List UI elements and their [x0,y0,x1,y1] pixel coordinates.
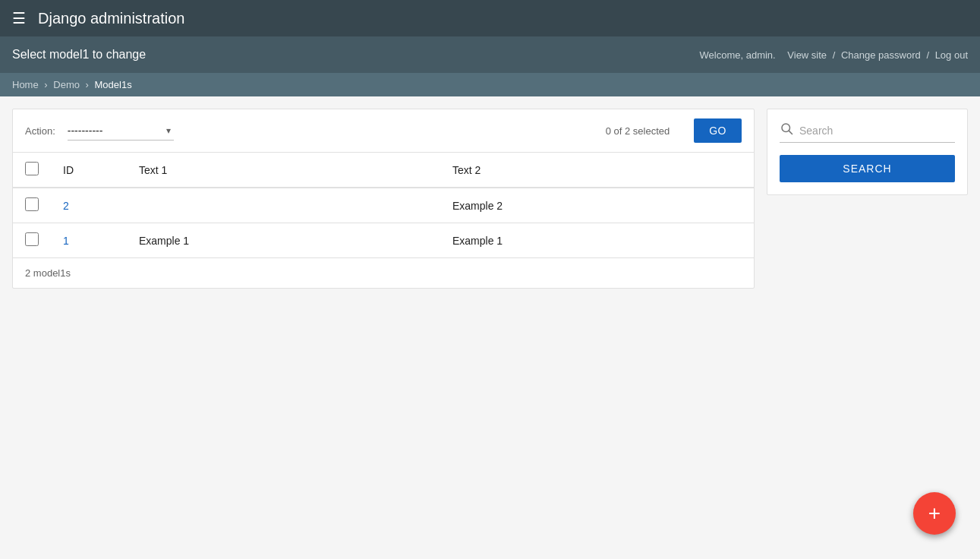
hamburger-icon[interactable]: ☰ [12,9,26,27]
row1-id: 1 [51,223,127,258]
link-separator2: / [926,49,931,61]
row2-text1 [127,188,440,223]
breadcrumb-sep2: › [86,79,92,90]
th-checkbox [13,153,51,188]
breadcrumb: Home › Demo › Model1s [0,73,980,96]
go-button[interactable]: GO [694,118,742,143]
search-field-wrapper [780,122,955,143]
page-subtitle: Select model1 to change [12,48,146,62]
change-password-link[interactable]: Change password [841,49,921,61]
search-input[interactable] [799,125,955,137]
header: ☰ Django administration [0,0,980,36]
link-separator1: / [833,49,838,61]
row2-checkbox[interactable] [25,197,39,211]
breadcrumb-sep1: › [44,79,50,90]
left-panel: Action: ---------- ▾ 0 of 2 selected GO … [12,109,755,289]
right-panel: SEARCH [767,109,968,195]
action-select[interactable]: ---------- [68,122,174,141]
breadcrumb-home[interactable]: Home [12,79,39,90]
row2-text2: Example 2 [440,188,754,223]
user-links: Welcome, admin. View site / Change passw… [697,49,969,61]
search-icon [780,122,793,139]
row1-text2: Example 1 [440,223,754,258]
table-header-row: ID Text 1 Text 2 [13,153,754,188]
row2-id-link[interactable]: 2 [63,200,69,212]
select-all-checkbox[interactable] [25,162,39,175]
th-text2: Text 2 [440,153,754,188]
row1-checkbox-cell [13,223,51,258]
row1-id-link[interactable]: 1 [63,235,69,247]
th-text1: Text 1 [127,153,440,188]
row2-checkbox-cell [13,188,51,223]
breadcrumb-demo[interactable]: Demo [53,79,80,90]
app-title: Django administration [38,10,184,27]
search-button[interactable]: SEARCH [780,155,955,182]
view-site-link[interactable]: View site [787,49,827,61]
row2-id: 2 [51,188,127,223]
table-row: 1 Example 1 Example 1 [13,223,754,258]
row1-text1: Example 1 [127,223,440,258]
svg-line-1 [789,131,792,134]
row1-checkbox[interactable] [25,232,39,246]
th-id: ID [51,153,127,188]
table-row: 2 Example 2 [13,188,754,223]
welcome-text: Welcome, admin. [700,49,776,61]
sub-header: Select model1 to change Welcome, admin. … [0,36,980,73]
breadcrumb-current: Model1s [95,79,132,90]
logout-link[interactable]: Log out [935,49,968,61]
selected-count: 0 of 2 selected [606,125,670,137]
action-label: Action: [25,125,55,137]
data-table: ID Text 1 Text 2 2 Example 2 [13,153,754,257]
main-layout: Action: ---------- ▾ 0 of 2 selected GO … [0,96,980,301]
action-select-wrapper: ---------- ▾ [68,122,174,141]
record-count: 2 model1s [13,257,754,288]
action-bar: Action: ---------- ▾ 0 of 2 selected GO [13,109,754,153]
